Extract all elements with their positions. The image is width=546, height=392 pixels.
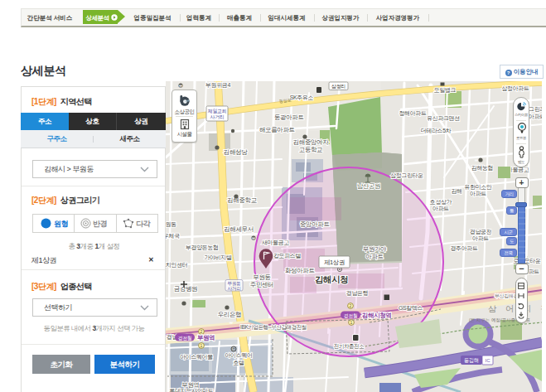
svg-text:부원동: 부원동 <box>166 221 176 227</box>
svg-text:₩: ₩ <box>230 321 233 325</box>
svg-text:치안센터: 치안센터 <box>166 262 187 268</box>
svg-text:남산공원: 남산공원 <box>357 182 380 190</box>
svg-text:아파트: 아파트 <box>432 206 449 211</box>
svg-text:1: 1 <box>201 343 203 348</box>
svg-text:김해시청역: 김해시청역 <box>362 312 392 319</box>
svg-text:2: 2 <box>350 303 352 308</box>
svg-text:동김해: 동김해 <box>464 357 480 363</box>
svg-text:아파트: 아파트 <box>529 114 542 119</box>
svg-text:부원동: 부원동 <box>227 281 241 286</box>
svg-text:유신파크맨션: 유신파크맨션 <box>427 115 460 121</box>
svg-text:김해중앙여자: 김해중앙여자 <box>293 138 330 146</box>
svg-text:부원역: 부원역 <box>197 334 215 341</box>
svg-text:화성아파트: 화성아파트 <box>285 267 315 274</box>
svg-text:사거리: 사거리 <box>227 286 240 291</box>
svg-text:H: H <box>232 347 234 351</box>
svg-text:부원가야: 부원가야 <box>363 245 387 253</box>
svg-text:IBK기업은행--부산김해경전철: IBK기업은행--부산김해경전철 <box>240 324 307 331</box>
svg-text:경전철: 경전철 <box>344 313 358 319</box>
svg-text:고등학교: 고등학교 <box>299 146 322 153</box>
svg-text:중앙아파트: 중앙아파트 <box>300 220 330 228</box>
svg-text:₩: ₩ <box>475 158 478 162</box>
svg-text:아이스퀘어: 아이스퀘어 <box>225 352 252 358</box>
svg-text:아파트: 아파트 <box>470 191 486 196</box>
svg-text:1: 1 <box>350 320 353 325</box>
svg-text:부경양돈농협: 부경양돈농협 <box>186 244 219 251</box>
svg-text:가야비지텔: 가야비지텔 <box>204 254 231 260</box>
svg-text:전기차충전소: 전기차충전소 <box>334 343 365 349</box>
svg-text:동광아파트: 동광아파트 <box>274 114 304 121</box>
svg-text:김해성당: 김해성당 <box>224 148 248 156</box>
svg-text:경남은행: 경남은행 <box>346 290 368 297</box>
svg-text:제1상권: 제1상권 <box>324 259 345 266</box>
svg-text:경주아파트: 경주아파트 <box>450 245 477 252</box>
svg-text:새마을금고: 새마을금고 <box>261 240 289 245</box>
svg-text:해오름아파트: 해오름아파트 <box>259 126 295 133</box>
svg-text:부원위금4: 부원위금4 <box>205 82 230 88</box>
svg-text:₩: ₩ <box>252 236 255 240</box>
svg-text:삼정아파트: 삼정아파트 <box>501 85 529 92</box>
svg-text:김해시청: 김해시청 <box>315 274 348 284</box>
svg-text:김해세무서: 김해세무서 <box>224 225 254 233</box>
svg-text:우리은행: 우리은행 <box>218 311 241 318</box>
svg-text:유한미소안: 유한미소안 <box>464 184 491 190</box>
svg-text:경남궁전: 경남궁전 <box>470 229 492 235</box>
svg-text:그린즈: 그린즈 <box>529 106 542 112</box>
svg-text:주민센터: 주민센터 <box>250 281 273 288</box>
svg-text:아파트: 아파트 <box>365 253 383 260</box>
svg-text:경전철: 경전철 <box>178 336 192 341</box>
svg-text:IC: IC <box>485 357 490 363</box>
svg-text:더테라스5차: 더테라스5차 <box>421 128 452 133</box>
svg-text:호성상가: 호성상가 <box>430 199 452 206</box>
svg-text:호텔: 호텔 <box>233 360 244 365</box>
svg-text:삼정그린타운: 삼정그린타운 <box>390 172 423 179</box>
svg-text:오일뱅크: 오일뱅크 <box>434 87 457 93</box>
svg-text:아파트: 아파트 <box>472 235 489 241</box>
svg-text:부원동: 부원동 <box>253 273 270 281</box>
svg-text:청해아파트: 청해아파트 <box>399 110 426 117</box>
svg-text:우체국: 우체국 <box>166 233 180 239</box>
svg-text:롯데지오샤인마트: 롯데지오샤인마트 <box>170 388 214 392</box>
svg-text:김해중학교: 김해중학교 <box>227 196 257 204</box>
svg-text:김해농협: 김해농협 <box>471 165 493 171</box>
svg-text:사거리: 사거리 <box>210 114 225 119</box>
svg-text:₩: ₩ <box>179 84 182 88</box>
svg-text:김해: 김해 <box>451 188 461 194</box>
svg-text:제일교회: 제일교회 <box>208 109 227 114</box>
svg-text:금강병원: 금강병원 <box>174 285 197 293</box>
svg-text:아이스퀘어몰: 아이스퀘어몰 <box>180 354 213 360</box>
svg-text:강오피스텔: 강오피스텔 <box>273 253 301 259</box>
svg-text:SK주유소: SK주유소 <box>290 94 314 100</box>
svg-text:GS칼텍스: GS칼텍스 <box>399 305 423 311</box>
svg-text:삼정리: 삼정리 <box>331 84 345 90</box>
